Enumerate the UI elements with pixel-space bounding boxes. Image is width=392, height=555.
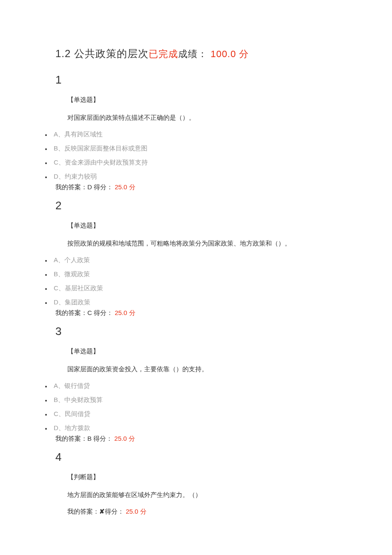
option-letter: B、 bbox=[54, 270, 64, 278]
option-text: 资金来源由中央财政预算支持 bbox=[65, 159, 148, 166]
option-text: 个人政策 bbox=[64, 256, 90, 263]
option-item: A、个人政策 bbox=[51, 256, 349, 264]
option-text: 民间借贷 bbox=[65, 410, 90, 417]
option-text: 具有跨区域性 bbox=[64, 130, 103, 138]
option-text: 集团政策 bbox=[65, 298, 90, 306]
points-unit: 分 bbox=[127, 183, 135, 191]
option-letter: D、 bbox=[54, 173, 65, 180]
option-item: A、银行借贷 bbox=[51, 382, 349, 390]
option-letter: C、 bbox=[54, 159, 65, 166]
points-value: 25.0 bbox=[113, 309, 127, 316]
points-unit: 分 bbox=[127, 435, 135, 442]
option-item: D、约束力较弱 bbox=[51, 173, 349, 181]
option-letter: A、 bbox=[54, 382, 64, 389]
section-number: 1.2 bbox=[55, 48, 71, 59]
answer-label: 我的答案： bbox=[55, 183, 87, 191]
option-item: D、地方拨款 bbox=[51, 424, 349, 432]
option-text: 中央财政预算 bbox=[64, 396, 103, 403]
score-value: 100.0 bbox=[208, 49, 236, 59]
question-type: 【单选题】 bbox=[67, 347, 349, 356]
page-title: 1.2 公共政策的层次已完成成绩： 100.0 分 bbox=[55, 47, 349, 61]
points-label: 得分： bbox=[92, 183, 113, 191]
question-number: 3 bbox=[55, 325, 349, 338]
option-item: C、资金来源由中央财政预算支持 bbox=[51, 159, 349, 167]
points-value: 25.0 bbox=[113, 183, 127, 191]
question-stem: 地方层面的政策能够在区域外产生约束力。（） bbox=[67, 490, 349, 500]
answer-value: D bbox=[87, 183, 92, 191]
answer-mark-icon: ✘ bbox=[99, 508, 105, 515]
answer-value: B bbox=[87, 435, 92, 442]
option-text: 反映国家层面整体目标或意图 bbox=[64, 145, 147, 152]
points-value: 25.0 bbox=[112, 435, 127, 442]
option-letter: B、 bbox=[54, 396, 64, 403]
option-letter: B、 bbox=[54, 145, 64, 152]
option-item: C、基层社区政策 bbox=[51, 284, 349, 292]
status-text: 已完成 bbox=[149, 49, 178, 59]
option-item: A、具有跨区域性 bbox=[51, 130, 349, 139]
option-letter: A、 bbox=[54, 256, 64, 263]
points-unit: 分 bbox=[127, 309, 135, 316]
option-item: B、中央财政预算 bbox=[51, 396, 349, 404]
option-letter: A、 bbox=[54, 130, 64, 138]
points-label: 得分： bbox=[105, 508, 124, 515]
question-number: 4 bbox=[55, 451, 349, 464]
answer-label: 我的答案： bbox=[55, 309, 87, 316]
question-number: 1 bbox=[55, 73, 349, 87]
option-text: 微观政策 bbox=[64, 270, 90, 278]
answer-line: 我的答案：✘得分： 25.0 分 bbox=[67, 508, 349, 516]
option-item: C、民间借贷 bbox=[51, 410, 349, 418]
answer-label: 我的答案： bbox=[67, 508, 99, 515]
option-text: 基层社区政策 bbox=[65, 284, 103, 292]
question-type: 【判断题】 bbox=[67, 473, 349, 481]
option-letter: D、 bbox=[54, 424, 65, 431]
option-list: A、具有跨区域性 B、反映国家层面整体目标或意图 C、资金来源由中央财政预算支持… bbox=[43, 130, 349, 181]
section-title-text: 公共政策的层次 bbox=[71, 48, 149, 59]
option-letter: C、 bbox=[54, 410, 65, 417]
answer-line: 我的答案：D 得分： 25.0 分 bbox=[55, 183, 349, 191]
option-list: A、个人政策 B、微观政策 C、基层社区政策 D、集团政策 bbox=[43, 256, 349, 306]
points-label: 得分： bbox=[92, 435, 112, 442]
question-stem: 按照政策的规模和地域范围，可粗略地将政策分为国家政策、地方政策和（）。 bbox=[67, 238, 349, 249]
points-value: 25.0 bbox=[124, 508, 138, 515]
question-type: 【单选题】 bbox=[67, 96, 349, 104]
score-unit: 分 bbox=[236, 49, 249, 59]
points-label: 得分： bbox=[92, 309, 113, 316]
option-list: A、银行借贷 B、中央财政预算 C、民间借贷 D、地方拨款 bbox=[43, 382, 349, 432]
option-text: 地方拨款 bbox=[65, 424, 90, 431]
question-stem: 对国家层面的政策特点描述不正确的是（）。 bbox=[67, 113, 349, 123]
answer-line: 我的答案：B 得分： 25.0 分 bbox=[55, 435, 349, 443]
question-number: 2 bbox=[55, 199, 349, 212]
option-item: B、反映国家层面整体目标或意图 bbox=[51, 145, 349, 153]
option-letter: D、 bbox=[54, 298, 65, 306]
option-text: 银行借贷 bbox=[64, 382, 90, 389]
score-label: 成绩： bbox=[178, 49, 208, 59]
option-item: D、集团政策 bbox=[51, 298, 349, 306]
answer-value: C bbox=[87, 309, 92, 316]
option-item: B、微观政策 bbox=[51, 270, 349, 278]
question-stem: 国家层面的政策资金投入，主要依靠（）的支持。 bbox=[67, 364, 349, 374]
option-letter: C、 bbox=[54, 284, 65, 292]
option-text: 约束力较弱 bbox=[65, 173, 97, 180]
answer-label: 我的答案： bbox=[55, 435, 87, 442]
answer-line: 我的答案：C 得分： 25.0 分 bbox=[55, 309, 349, 317]
question-type: 【单选题】 bbox=[67, 222, 349, 230]
points-unit: 分 bbox=[138, 508, 146, 515]
